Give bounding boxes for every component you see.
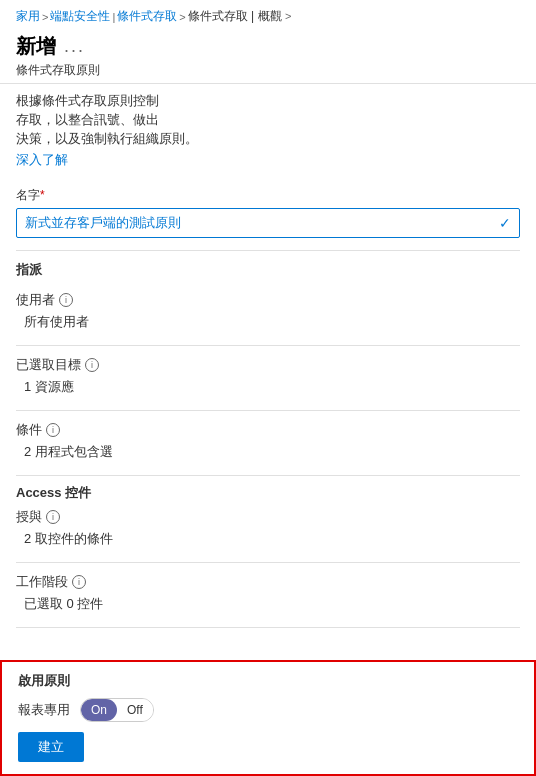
target-section: 已選取目標 i 1 資源應 [0,346,536,402]
toggle-on-option[interactable]: On [81,699,117,721]
page-dots[interactable]: ... [64,36,85,57]
condition-value: 2 用程式包含選 [16,441,520,463]
name-label: 名字* [16,187,520,204]
breadcrumb-conditional[interactable]: 條件式存取 [117,8,177,25]
learn-more-link[interactable]: 深入了解 [0,152,536,177]
grant-info-icon[interactable]: i [46,510,60,524]
condition-info-icon[interactable]: i [46,423,60,437]
grant-label-row: 授與 i [16,508,520,526]
toggle-switch[interactable]: On Off [80,698,154,722]
bottom-panel: 啟用原則 報表專用 On Off 建立 [0,660,536,776]
page-subtitle: 條件式存取原則 [0,60,536,83]
breadcrumb-right: 條件式存取 | 概觀 > [188,8,292,25]
desc-line1: 根據條件式存取原則控制 [16,92,520,111]
checkmark-icon: ✓ [499,215,511,231]
user-label-row: 使用者 i [16,291,520,309]
session-label-row: 工作階段 i [16,573,520,591]
breadcrumb: 家用 > 端點安全性 | 條件式存取 > 條件式存取 | 概觀 > [0,0,536,29]
desc-line2: 存取，以整合訊號、做出 [16,111,520,130]
user-value: 所有使用者 [16,311,520,333]
user-section: 使用者 i 所有使用者 [0,287,536,337]
session-section: 工作階段 i 已選取 0 控件 [0,563,536,619]
access-control-header: Access 控件 [0,476,536,506]
page-title: 新增 [16,33,56,60]
assign-section: 指派 [0,251,536,287]
create-button[interactable]: 建立 [18,732,84,762]
name-input[interactable]: 新式並存客戶端的測試原則 ✓ [16,208,520,238]
target-info-icon[interactable]: i [85,358,99,372]
toggle-off-option[interactable]: Off [117,699,153,721]
breadcrumb-security[interactable]: 端點安全性 [50,8,110,25]
breadcrumb-sep2: | [112,11,115,23]
breadcrumb-sep1: > [42,11,48,23]
user-info-icon[interactable]: i [59,293,73,307]
condition-section: 條件 i 2 用程式包含選 [0,411,536,467]
bottom-panel-title: 啟用原則 [18,672,518,690]
breadcrumb-sep3: > [179,11,185,23]
name-section: 名字* 新式並存客戶端的測試原則 ✓ [0,177,536,242]
desc-line3: 決策，以及強制執行組織原則。 [16,130,520,149]
target-label-row: 已選取目標 i [16,356,520,374]
toggle-label: 報表專用 [18,701,70,719]
condition-label-row: 條件 i [16,421,520,439]
description: 根據條件式存取原則控制 存取，以整合訊號、做出 決策，以及強制執行組織原則。 [0,84,536,152]
toggle-row: 報表專用 On Off [18,698,518,722]
target-value: 1 資源應 [16,376,520,398]
session-value: 已選取 0 控件 [16,593,520,615]
assign-label: 指派 [16,261,520,279]
grant-section: 授與 i 2 取控件的條件 [0,506,536,554]
grant-value: 2 取控件的條件 [16,528,520,550]
breadcrumb-home[interactable]: 家用 [16,8,40,25]
session-info-icon[interactable]: i [72,575,86,589]
page-header: 新增 ... [0,29,536,60]
